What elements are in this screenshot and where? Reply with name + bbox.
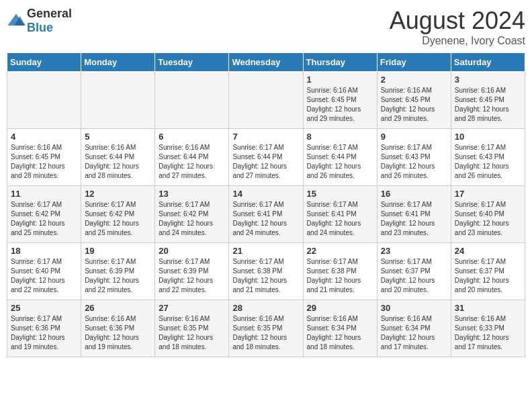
calendar-cell: 21Sunrise: 6:17 AM Sunset: 6:38 PM Dayli…: [229, 243, 303, 300]
day-number: 17: [455, 189, 521, 199]
day-of-week-header: Sunday: [7, 53, 81, 72]
calendar-cell: 10Sunrise: 6:17 AM Sunset: 6:43 PM Dayli…: [451, 129, 525, 186]
location: Dyenene, Ivory Coast: [390, 35, 525, 47]
day-info: Sunrise: 6:16 AM Sunset: 6:45 PM Dayligh…: [307, 86, 373, 124]
calendar-cell: 2Sunrise: 6:16 AM Sunset: 6:45 PM Daylig…: [377, 72, 451, 129]
calendar-cell: 28Sunrise: 6:16 AM Sunset: 6:35 PM Dayli…: [229, 300, 303, 357]
calendar-cell: 27Sunrise: 6:16 AM Sunset: 6:35 PM Dayli…: [155, 300, 229, 357]
day-info: Sunrise: 6:17 AM Sunset: 6:38 PM Dayligh…: [307, 257, 373, 295]
calendar-week-row: 4Sunrise: 6:16 AM Sunset: 6:45 PM Daylig…: [7, 129, 525, 186]
day-number: 29: [307, 303, 373, 313]
day-info: Sunrise: 6:17 AM Sunset: 6:36 PM Dayligh…: [11, 314, 77, 352]
calendar-cell: [155, 72, 229, 129]
day-info: Sunrise: 6:17 AM Sunset: 6:37 PM Dayligh…: [381, 257, 447, 295]
title-block: August 2024 Dyenene, Ivory Coast: [390, 7, 525, 47]
logo-icon: [7, 11, 26, 30]
calendar-cell: 12Sunrise: 6:17 AM Sunset: 6:42 PM Dayli…: [81, 186, 155, 243]
day-info: Sunrise: 6:17 AM Sunset: 6:40 PM Dayligh…: [455, 200, 521, 238]
logo-general: General: [27, 7, 72, 20]
day-number: 8: [307, 132, 373, 142]
day-info: Sunrise: 6:17 AM Sunset: 6:42 PM Dayligh…: [85, 200, 151, 238]
day-info: Sunrise: 6:17 AM Sunset: 6:43 PM Dayligh…: [455, 143, 521, 181]
day-of-week-header: Saturday: [451, 53, 525, 72]
day-info: Sunrise: 6:16 AM Sunset: 6:45 PM Dayligh…: [381, 86, 447, 124]
calendar-cell: 23Sunrise: 6:17 AM Sunset: 6:37 PM Dayli…: [377, 243, 451, 300]
day-info: Sunrise: 6:17 AM Sunset: 6:44 PM Dayligh…: [232, 143, 299, 181]
day-info: Sunrise: 6:16 AM Sunset: 6:33 PM Dayligh…: [455, 314, 521, 352]
calendar-table: SundayMondayTuesdayWednesdayThursdayFrid…: [7, 52, 525, 357]
day-number: 30: [381, 303, 447, 313]
day-info: Sunrise: 6:17 AM Sunset: 6:38 PM Dayligh…: [232, 257, 299, 295]
month-year: August 2024: [390, 7, 525, 35]
day-number: 12: [85, 189, 151, 199]
day-info: Sunrise: 6:17 AM Sunset: 6:39 PM Dayligh…: [159, 257, 225, 295]
day-number: 9: [381, 132, 447, 142]
day-info: Sunrise: 6:17 AM Sunset: 6:42 PM Dayligh…: [159, 200, 225, 238]
day-number: 11: [11, 189, 77, 199]
calendar-cell: 22Sunrise: 6:17 AM Sunset: 6:38 PM Dayli…: [303, 243, 377, 300]
calendar-cell: 18Sunrise: 6:17 AM Sunset: 6:40 PM Dayli…: [7, 243, 81, 300]
day-number: 1: [307, 75, 373, 85]
calendar-cell: [81, 72, 155, 129]
day-info: Sunrise: 6:17 AM Sunset: 6:40 PM Dayligh…: [11, 257, 77, 295]
day-info: Sunrise: 6:16 AM Sunset: 6:45 PM Dayligh…: [455, 86, 521, 124]
day-number: 5: [85, 132, 151, 142]
day-number: 24: [455, 246, 521, 256]
day-number: 10: [455, 132, 521, 142]
logo-blue: Blue: [27, 21, 53, 34]
day-number: 19: [85, 246, 151, 256]
day-number: 4: [11, 132, 77, 142]
calendar-cell: 20Sunrise: 6:17 AM Sunset: 6:39 PM Dayli…: [155, 243, 229, 300]
day-number: 16: [381, 189, 447, 199]
day-number: 15: [307, 189, 373, 199]
day-number: 25: [11, 303, 77, 313]
day-number: 2: [381, 75, 447, 85]
calendar-week-row: 25Sunrise: 6:17 AM Sunset: 6:36 PM Dayli…: [7, 300, 525, 357]
calendar-cell: 29Sunrise: 6:16 AM Sunset: 6:34 PM Dayli…: [303, 300, 377, 357]
day-number: 20: [159, 246, 225, 256]
day-info: Sunrise: 6:16 AM Sunset: 6:45 PM Dayligh…: [11, 143, 77, 181]
day-of-week-header: Monday: [81, 53, 155, 72]
calendar-cell: 6Sunrise: 6:16 AM Sunset: 6:44 PM Daylig…: [155, 129, 229, 186]
day-info: Sunrise: 6:17 AM Sunset: 6:37 PM Dayligh…: [455, 257, 521, 295]
day-of-week-header: Friday: [377, 53, 451, 72]
day-number: 31: [455, 303, 521, 313]
day-info: Sunrise: 6:16 AM Sunset: 6:34 PM Dayligh…: [381, 314, 447, 352]
day-info: Sunrise: 6:17 AM Sunset: 6:41 PM Dayligh…: [232, 200, 299, 238]
calendar-cell: 7Sunrise: 6:17 AM Sunset: 6:44 PM Daylig…: [229, 129, 303, 186]
calendar-cell: [7, 72, 81, 129]
calendar-cell: 24Sunrise: 6:17 AM Sunset: 6:37 PM Dayli…: [451, 243, 525, 300]
day-info: Sunrise: 6:17 AM Sunset: 6:44 PM Dayligh…: [307, 143, 373, 181]
calendar-cell: 11Sunrise: 6:17 AM Sunset: 6:42 PM Dayli…: [7, 186, 81, 243]
day-number: 14: [232, 189, 299, 199]
calendar-cell: 5Sunrise: 6:16 AM Sunset: 6:44 PM Daylig…: [81, 129, 155, 186]
calendar-header-row: SundayMondayTuesdayWednesdayThursdayFrid…: [7, 53, 525, 72]
page-header: General Blue August 2024 Dyenene, Ivory …: [7, 7, 525, 47]
day-info: Sunrise: 6:16 AM Sunset: 6:34 PM Dayligh…: [307, 314, 373, 352]
day-info: Sunrise: 6:17 AM Sunset: 6:39 PM Dayligh…: [85, 257, 151, 295]
calendar-cell: 15Sunrise: 6:17 AM Sunset: 6:41 PM Dayli…: [303, 186, 377, 243]
calendar-week-row: 11Sunrise: 6:17 AM Sunset: 6:42 PM Dayli…: [7, 186, 525, 243]
day-number: 23: [381, 246, 447, 256]
day-of-week-header: Tuesday: [155, 53, 229, 72]
day-info: Sunrise: 6:16 AM Sunset: 6:35 PM Dayligh…: [232, 314, 299, 352]
calendar-week-row: 1Sunrise: 6:16 AM Sunset: 6:45 PM Daylig…: [7, 72, 525, 129]
day-info: Sunrise: 6:16 AM Sunset: 6:44 PM Dayligh…: [159, 143, 225, 181]
day-info: Sunrise: 6:17 AM Sunset: 6:41 PM Dayligh…: [307, 200, 373, 238]
calendar-cell: 26Sunrise: 6:16 AM Sunset: 6:36 PM Dayli…: [81, 300, 155, 357]
calendar-week-row: 18Sunrise: 6:17 AM Sunset: 6:40 PM Dayli…: [7, 243, 525, 300]
logo: General Blue: [7, 7, 72, 35]
calendar-cell: 3Sunrise: 6:16 AM Sunset: 6:45 PM Daylig…: [451, 72, 525, 129]
calendar-cell: 1Sunrise: 6:16 AM Sunset: 6:45 PM Daylig…: [303, 72, 377, 129]
calendar-cell: 31Sunrise: 6:16 AM Sunset: 6:33 PM Dayli…: [451, 300, 525, 357]
day-number: 26: [85, 303, 151, 313]
calendar-cell: 8Sunrise: 6:17 AM Sunset: 6:44 PM Daylig…: [303, 129, 377, 186]
day-info: Sunrise: 6:17 AM Sunset: 6:42 PM Dayligh…: [11, 200, 77, 238]
day-number: 6: [159, 132, 225, 142]
calendar-cell: 25Sunrise: 6:17 AM Sunset: 6:36 PM Dayli…: [7, 300, 81, 357]
calendar-cell: 17Sunrise: 6:17 AM Sunset: 6:40 PM Dayli…: [451, 186, 525, 243]
calendar-cell: 30Sunrise: 6:16 AM Sunset: 6:34 PM Dayli…: [377, 300, 451, 357]
calendar-cell: 4Sunrise: 6:16 AM Sunset: 6:45 PM Daylig…: [7, 129, 81, 186]
day-info: Sunrise: 6:16 AM Sunset: 6:36 PM Dayligh…: [85, 314, 151, 352]
day-number: 21: [232, 246, 299, 256]
